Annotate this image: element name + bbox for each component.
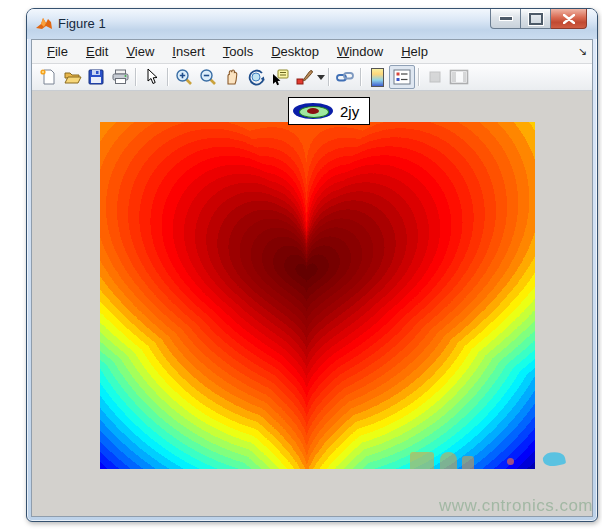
menu-insert[interactable]: Insert [163,44,214,59]
zoom-in-icon [175,68,193,86]
menu-view[interactable]: View [117,44,163,59]
printer-icon [111,68,130,86]
show-plot-tools-button[interactable] [447,66,471,88]
rotate-3d-icon [247,68,265,86]
data-cursor-button[interactable] [268,66,292,88]
save-floppy-icon [87,68,105,86]
open-folder-icon [63,68,82,86]
menu-window[interactable]: Window [328,44,392,59]
pan-hand-icon [223,68,241,86]
minimize-button[interactable] [490,9,521,29]
pan-button[interactable] [220,66,244,88]
zoom-out-button[interactable] [196,66,220,88]
close-button[interactable] [551,9,587,29]
toolbar-separator [418,68,420,86]
insert-legend-button[interactable] [389,65,415,89]
legend-label: 2jy [340,103,359,120]
hide-plot-tools-icon [427,69,443,85]
close-icon [563,14,575,24]
maximize-button[interactable] [521,9,551,29]
watermark-url: www.cntronics.com [413,496,593,516]
legend-box[interactable]: 2jy [288,97,370,125]
brush-data-button[interactable] [292,66,316,88]
screenshot-page: Figure 1 File Edit View Insert Tools Des… [0,0,602,530]
zoom-out-icon [199,68,217,86]
link-plots-button[interactable] [333,66,357,88]
toolbar-separator [328,68,330,86]
matlab-logo-icon [35,15,53,33]
new-document-icon [39,68,57,86]
toolbar [32,64,592,91]
data-cursor-icon [271,68,289,86]
watermark-glyph [440,452,457,469]
legend-icon [393,69,411,85]
brush-dropdown-caret[interactable] [317,75,325,80]
arrow-cursor-icon [144,68,160,86]
toolbar-separator [360,68,362,86]
new-figure-button[interactable] [36,66,60,88]
watermark-dot [507,458,514,465]
window-title: Figure 1 [58,16,106,31]
rotate-3d-button[interactable] [244,66,268,88]
colorbar-icon [371,68,384,87]
menu-bar: File Edit View Insert Tools Desktop Wind… [32,40,592,64]
link-chain-icon [335,68,355,86]
menu-desktop[interactable]: Desktop [262,44,328,59]
hide-plot-tools-button[interactable] [423,66,447,88]
toolbar-separator [167,68,169,86]
menu-edit[interactable]: Edit [77,44,117,59]
title-bar[interactable]: Figure 1 [27,9,597,39]
menu-file[interactable]: File [38,44,77,59]
brush-icon [295,68,313,86]
contour-rings-icon [292,101,336,121]
menu-tools[interactable]: Tools [214,44,262,59]
open-file-button[interactable] [60,66,84,88]
zoom-in-button[interactable] [172,66,196,88]
window-controls [490,9,587,29]
print-figure-button[interactable] [108,66,132,88]
toolbar-separator [135,68,137,86]
contour-ring-core [307,108,319,114]
menu-help[interactable]: Help [392,44,437,59]
watermark-glyph [462,456,474,469]
insert-colorbar-button[interactable] [365,66,389,88]
minimize-icon [499,16,513,21]
edit-plot-button[interactable] [140,66,164,88]
menu-overflow-icon[interactable]: ↘ [578,45,587,58]
dock-figure-icon [449,69,469,85]
maximize-icon [529,13,543,25]
save-figure-button[interactable] [84,66,108,88]
contour-canvas[interactable] [100,122,535,469]
watermark-glyph [410,452,434,469]
